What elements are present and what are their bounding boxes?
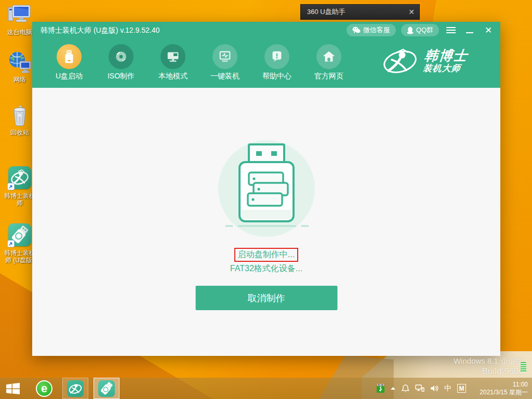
usb-boot-icon	[61, 49, 77, 64]
network-tray-icon[interactable]	[415, 384, 424, 392]
main-nav: U盘启动 ISO制作	[43, 44, 355, 81]
ime-language-indicator[interactable]: 中	[444, 384, 451, 393]
nav-label: U盘启动	[43, 72, 95, 81]
nav-local-mode[interactable]: 本地模式	[147, 44, 199, 81]
shortcut-arrow-icon	[7, 240, 15, 247]
brand-logo-icon	[382, 46, 420, 76]
network-icon	[7, 50, 32, 75]
nav-label: 本地模式	[147, 72, 199, 81]
status-primary-annotated: 启动盘制作中...	[234, 248, 298, 262]
hanboshi-usb-app-icon	[7, 223, 32, 248]
clock-date: 2021/3/15 星期一	[472, 389, 528, 396]
usb-drive-illustration-icon	[215, 139, 318, 238]
shortcut-arrow-icon	[7, 183, 15, 190]
cancel-make-button[interactable]: 取消制作	[195, 286, 337, 310]
hanboshi-app-icon	[67, 380, 84, 397]
nav-label: 官方网页	[303, 72, 355, 81]
watermark-build: Build 9600	[454, 366, 524, 377]
toast-title: 360 U盘助手	[301, 7, 404, 17]
qq-icon	[407, 26, 414, 34]
one-key-install-icon	[217, 49, 233, 64]
clock-time: 11:00	[472, 381, 528, 389]
this-pc-icon	[7, 3, 32, 28]
hanboshi-app-icon	[7, 166, 32, 191]
nav-label: 帮助中心	[251, 72, 303, 81]
nav-official-site[interactable]: 官方网页	[303, 44, 355, 81]
usb-illustration	[215, 139, 318, 238]
windows-logo-icon	[6, 383, 20, 394]
taskbar: e	[0, 378, 532, 399]
start-button[interactable]	[0, 378, 26, 399]
minimize-icon	[466, 32, 473, 33]
taskbar-hanboshi-button[interactable]	[62, 378, 88, 399]
watermark-edition: Windows 8.1 企业版	[454, 356, 524, 366]
windows-watermark: Windows 8.1 企业版 Build 9600	[454, 356, 524, 377]
hidden-icons-chevron[interactable]	[390, 387, 396, 390]
nav-help-center[interactable]: 帮助中心	[251, 44, 303, 81]
iso-disc-icon	[113, 49, 129, 64]
hanboshi-usb-app-icon	[98, 380, 115, 397]
taskbar-browser-button[interactable]: e	[31, 378, 57, 399]
hamburger-icon	[446, 27, 456, 33]
usb-tray-icon[interactable]	[377, 384, 384, 393]
nav-label: 一键装机	[199, 72, 251, 81]
qq-group-label: QQ群	[416, 25, 433, 35]
close-button[interactable]: ✕	[482, 24, 495, 36]
window-content: 启动盘制作中... FAT32格式化设备... 取消制作	[32, 88, 500, 356]
menu-button[interactable]	[444, 24, 458, 36]
recycle-bin-icon	[7, 103, 32, 128]
taskbar-hanboshi-usb-button[interactable]	[94, 378, 119, 399]
window-title: 韩博士装机大师 (U盘版) v.12.9.52.40	[41, 26, 159, 35]
system-tray: 中 M 11:00 2021/3/15 星期一	[377, 378, 532, 399]
minimize-button[interactable]	[463, 24, 476, 36]
local-mode-icon	[165, 49, 181, 64]
ime-mode-indicator[interactable]: M	[457, 384, 466, 393]
wechat-icon	[352, 26, 361, 34]
brand-logo: 韩博士 装机大师	[382, 45, 494, 77]
brand-name-line1: 韩博士	[424, 49, 469, 62]
nav-one-key-install[interactable]: 一键装机	[199, 44, 251, 81]
status-secondary: FAT32格式化设备...	[32, 263, 500, 274]
qq-group-button[interactable]: QQ群	[401, 24, 439, 36]
nav-label: ISO制作	[95, 72, 147, 81]
volume-tray-icon[interactable]	[430, 384, 438, 392]
wechat-support-button[interactable]: 微信客服	[347, 24, 396, 36]
notification-bell-icon[interactable]	[402, 384, 409, 393]
nav-iso-make[interactable]: ISO制作	[95, 44, 147, 81]
toast-360-usb-helper: 360 U盘助手 ✕	[300, 4, 420, 20]
home-icon	[321, 49, 337, 64]
desktop-wallpaper: 这台电脑 网络 回收站	[0, 0, 532, 399]
toast-close-button[interactable]: ✕	[404, 8, 419, 16]
taskbar-clock[interactable]: 11:00 2021/3/15 星期一	[472, 381, 528, 396]
nav-usb-boot[interactable]: U盘启动	[43, 44, 95, 81]
edge-panel-handle[interactable]	[521, 362, 526, 373]
wechat-support-label: 微信客服	[363, 25, 390, 35]
brand-name-line2: 装机大师	[423, 64, 468, 73]
help-center-icon	[269, 49, 285, 64]
browser-icon: e	[36, 380, 52, 397]
hanboshi-window: 韩博士装机大师 (U盘版) v.12.9.52.40 微信客服 QQ群	[32, 22, 500, 356]
